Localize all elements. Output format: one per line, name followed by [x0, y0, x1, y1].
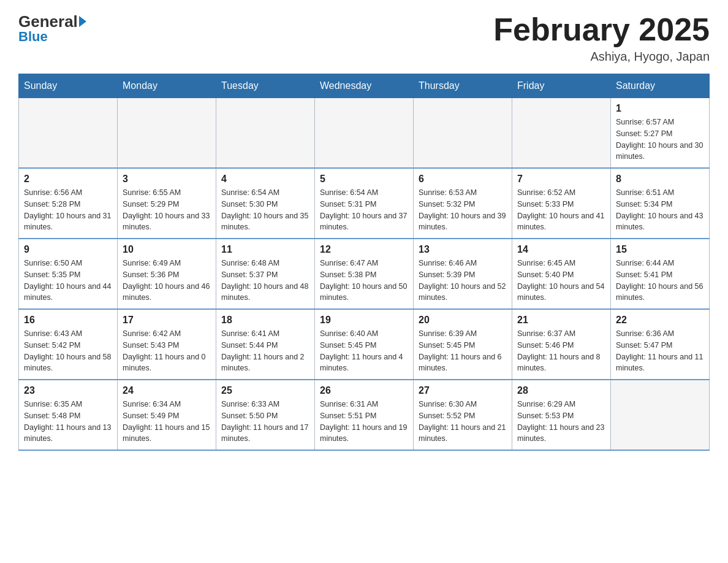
day-of-week-header: Saturday [611, 74, 710, 98]
calendar-cell [118, 98, 216, 169]
day-number: 4 [221, 174, 309, 185]
calendar-week-row: 16Sunrise: 6:43 AM Sunset: 5:42 PM Dayli… [19, 309, 710, 380]
day-info: Sunrise: 6:52 AM Sunset: 5:33 PM Dayligh… [517, 187, 605, 233]
location: Ashiya, Hyogo, Japan [493, 50, 710, 64]
day-info: Sunrise: 6:41 AM Sunset: 5:44 PM Dayligh… [221, 328, 309, 374]
calendar-cell: 17Sunrise: 6:42 AM Sunset: 5:43 PM Dayli… [118, 309, 216, 380]
calendar-cell: 24Sunrise: 6:34 AM Sunset: 5:49 PM Dayli… [118, 380, 216, 450]
calendar-table: SundayMondayTuesdayWednesdayThursdayFrid… [18, 74, 710, 451]
day-info: Sunrise: 6:33 AM Sunset: 5:50 PM Dayligh… [221, 399, 309, 445]
calendar-cell: 6Sunrise: 6:53 AM Sunset: 5:32 PM Daylig… [414, 168, 512, 239]
day-info: Sunrise: 6:42 AM Sunset: 5:43 PM Dayligh… [123, 328, 211, 374]
day-number: 12 [320, 244, 408, 255]
day-info: Sunrise: 6:35 AM Sunset: 5:48 PM Dayligh… [24, 399, 112, 445]
day-info: Sunrise: 6:57 AM Sunset: 5:27 PM Dayligh… [616, 117, 704, 163]
day-number: 16 [24, 315, 112, 326]
calendar-cell [315, 98, 414, 169]
day-number: 17 [123, 315, 211, 326]
calendar-cell [611, 380, 710, 450]
day-info: Sunrise: 6:48 AM Sunset: 5:37 PM Dayligh… [221, 258, 309, 304]
day-number: 1 [616, 103, 704, 114]
calendar-cell: 12Sunrise: 6:47 AM Sunset: 5:38 PM Dayli… [315, 239, 414, 309]
calendar-cell: 18Sunrise: 6:41 AM Sunset: 5:44 PM Dayli… [216, 309, 315, 380]
day-of-week-header: Tuesday [216, 74, 315, 98]
calendar-cell: 10Sunrise: 6:49 AM Sunset: 5:36 PM Dayli… [118, 239, 216, 309]
page-header: General Blue February 2025 Ashiya, Hyogo… [18, 12, 710, 64]
calendar-cell: 8Sunrise: 6:51 AM Sunset: 5:34 PM Daylig… [611, 168, 710, 239]
day-info: Sunrise: 6:30 AM Sunset: 5:52 PM Dayligh… [419, 399, 507, 445]
day-number: 13 [419, 244, 507, 255]
title-area: February 2025 Ashiya, Hyogo, Japan [493, 12, 710, 64]
day-of-week-header: Sunday [19, 74, 118, 98]
logo-blue-text: Blue [18, 29, 48, 45]
day-number: 5 [320, 174, 408, 185]
day-info: Sunrise: 6:37 AM Sunset: 5:46 PM Dayligh… [517, 328, 605, 374]
day-number: 6 [419, 174, 507, 185]
day-info: Sunrise: 6:43 AM Sunset: 5:42 PM Dayligh… [24, 328, 112, 374]
day-of-week-header: Wednesday [315, 74, 414, 98]
calendar-cell: 15Sunrise: 6:44 AM Sunset: 5:41 PM Dayli… [611, 239, 710, 309]
day-info: Sunrise: 6:54 AM Sunset: 5:31 PM Dayligh… [320, 187, 408, 233]
calendar-cell: 22Sunrise: 6:36 AM Sunset: 5:47 PM Dayli… [611, 309, 710, 380]
day-number: 7 [517, 174, 605, 185]
day-info: Sunrise: 6:46 AM Sunset: 5:39 PM Dayligh… [419, 258, 507, 304]
day-info: Sunrise: 6:34 AM Sunset: 5:49 PM Dayligh… [123, 399, 211, 445]
calendar-cell: 23Sunrise: 6:35 AM Sunset: 5:48 PM Dayli… [19, 380, 118, 450]
month-title: February 2025 [493, 12, 710, 47]
calendar-week-row: 1Sunrise: 6:57 AM Sunset: 5:27 PM Daylig… [19, 98, 710, 169]
day-info: Sunrise: 6:55 AM Sunset: 5:29 PM Dayligh… [123, 187, 211, 233]
day-number: 14 [517, 244, 605, 255]
day-number: 19 [320, 315, 408, 326]
day-number: 20 [419, 315, 507, 326]
day-info: Sunrise: 6:40 AM Sunset: 5:45 PM Dayligh… [320, 328, 408, 374]
day-number: 10 [123, 244, 211, 255]
calendar-cell [19, 98, 118, 169]
day-info: Sunrise: 6:31 AM Sunset: 5:51 PM Dayligh… [320, 399, 408, 445]
calendar-cell: 5Sunrise: 6:54 AM Sunset: 5:31 PM Daylig… [315, 168, 414, 239]
day-number: 15 [616, 244, 704, 255]
calendar-cell: 27Sunrise: 6:30 AM Sunset: 5:52 PM Dayli… [414, 380, 512, 450]
day-info: Sunrise: 6:45 AM Sunset: 5:40 PM Dayligh… [517, 258, 605, 304]
day-number: 18 [221, 315, 309, 326]
day-number: 27 [419, 385, 507, 396]
day-number: 9 [24, 244, 112, 255]
calendar-cell: 7Sunrise: 6:52 AM Sunset: 5:33 PM Daylig… [512, 168, 611, 239]
calendar-cell: 25Sunrise: 6:33 AM Sunset: 5:50 PM Dayli… [216, 380, 315, 450]
header-row: SundayMondayTuesdayWednesdayThursdayFrid… [19, 74, 710, 98]
calendar-week-row: 23Sunrise: 6:35 AM Sunset: 5:48 PM Dayli… [19, 380, 710, 450]
day-info: Sunrise: 6:56 AM Sunset: 5:28 PM Dayligh… [24, 187, 112, 233]
day-number: 26 [320, 385, 408, 396]
day-number: 21 [517, 315, 605, 326]
calendar-cell: 28Sunrise: 6:29 AM Sunset: 5:53 PM Dayli… [512, 380, 611, 450]
day-info: Sunrise: 6:50 AM Sunset: 5:35 PM Dayligh… [24, 258, 112, 304]
day-of-week-header: Thursday [414, 74, 512, 98]
calendar-cell [512, 98, 611, 169]
calendar-cell: 3Sunrise: 6:55 AM Sunset: 5:29 PM Daylig… [118, 168, 216, 239]
calendar-cell: 13Sunrise: 6:46 AM Sunset: 5:39 PM Dayli… [414, 239, 512, 309]
day-number: 24 [123, 385, 211, 396]
day-info: Sunrise: 6:47 AM Sunset: 5:38 PM Dayligh… [320, 258, 408, 304]
calendar-cell: 1Sunrise: 6:57 AM Sunset: 5:27 PM Daylig… [611, 98, 710, 169]
day-number: 3 [123, 174, 211, 185]
day-of-week-header: Friday [512, 74, 611, 98]
day-info: Sunrise: 6:39 AM Sunset: 5:45 PM Dayligh… [419, 328, 507, 374]
day-number: 25 [221, 385, 309, 396]
day-number: 2 [24, 174, 112, 185]
calendar-cell: 16Sunrise: 6:43 AM Sunset: 5:42 PM Dayli… [19, 309, 118, 380]
day-number: 22 [616, 315, 704, 326]
calendar-cell: 9Sunrise: 6:50 AM Sunset: 5:35 PM Daylig… [19, 239, 118, 309]
calendar-cell: 26Sunrise: 6:31 AM Sunset: 5:51 PM Dayli… [315, 380, 414, 450]
calendar-cell: 14Sunrise: 6:45 AM Sunset: 5:40 PM Dayli… [512, 239, 611, 309]
calendar-cell [414, 98, 512, 169]
calendar-cell: 19Sunrise: 6:40 AM Sunset: 5:45 PM Dayli… [315, 309, 414, 380]
calendar-cell: 11Sunrise: 6:48 AM Sunset: 5:37 PM Dayli… [216, 239, 315, 309]
day-number: 23 [24, 385, 112, 396]
day-number: 28 [517, 385, 605, 396]
day-number: 11 [221, 244, 309, 255]
day-of-week-header: Monday [118, 74, 216, 98]
day-info: Sunrise: 6:49 AM Sunset: 5:36 PM Dayligh… [123, 258, 211, 304]
day-info: Sunrise: 6:29 AM Sunset: 5:53 PM Dayligh… [517, 399, 605, 445]
calendar-cell: 4Sunrise: 6:54 AM Sunset: 5:30 PM Daylig… [216, 168, 315, 239]
calendar-cell [216, 98, 315, 169]
logo-arrow-icon [79, 16, 86, 27]
